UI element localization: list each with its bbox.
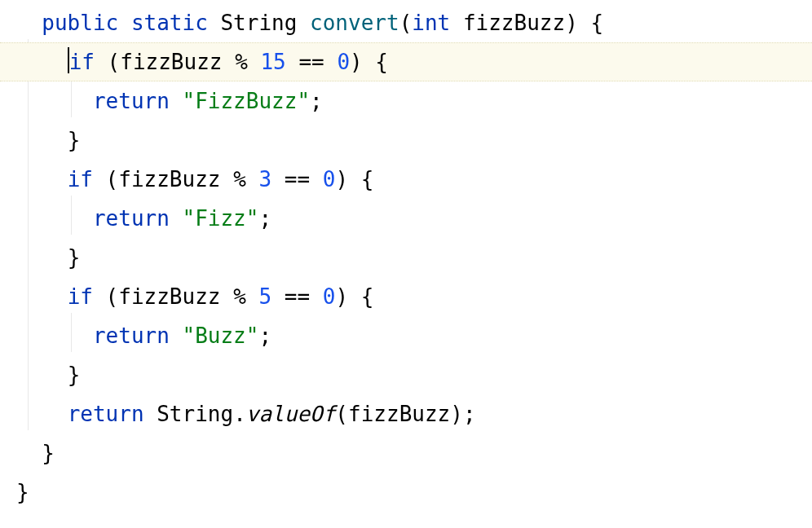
semicolon: ; (258, 199, 271, 238)
string-literal: "FizzBuzz" (183, 81, 311, 121)
code-line[interactable]: } (16, 473, 812, 512)
string-literal: "Buzz" (183, 316, 259, 355)
op-eq: == (285, 277, 310, 316)
paren-open: ( (399, 3, 413, 42)
op-eq: == (298, 42, 324, 81)
brace-close: } (16, 473, 29, 512)
op-mod: % (235, 42, 248, 81)
semicolon: ; (310, 81, 323, 121)
paren-close: ) (350, 42, 363, 81)
brace-open: { (361, 277, 374, 316)
paren-close: ) (335, 277, 348, 316)
variable: fizzBuzz (120, 42, 222, 81)
keyword-int: int (412, 3, 450, 42)
code-line[interactable]: } (16, 433, 812, 473)
brace-close: } (68, 121, 81, 160)
number-literal: 0 (337, 42, 350, 81)
number-literal: 5 (258, 277, 271, 316)
paren-close: ) (565, 3, 578, 42)
number-literal: 0 (323, 277, 336, 316)
text-cursor (68, 47, 69, 73)
code-line[interactable]: if (fizzBuzz % 3 == 0) { (16, 160, 812, 199)
code-line-active[interactable]: if (fizzBuzz % 15 == 0) { (0, 42, 812, 81)
keyword-if: if (68, 277, 93, 316)
param-name: fizzBuzz (463, 3, 565, 42)
paren-open: ( (106, 160, 119, 199)
code-line[interactable]: } (16, 238, 812, 277)
variable: fizzBuzz (118, 277, 220, 316)
number-literal: 0 (323, 160, 336, 199)
variable: fizzBuzz (118, 160, 220, 199)
op-mod: % (233, 277, 246, 316)
brace-close: } (68, 238, 81, 277)
code-line[interactable]: return "Fizz"; (16, 199, 812, 238)
static-method: valueOf (246, 394, 336, 433)
brace-open: { (361, 160, 374, 199)
paren-close: ) (335, 160, 348, 199)
brace-open: { (375, 42, 388, 81)
code-line[interactable]: return "Buzz"; (16, 316, 812, 355)
op-eq: == (285, 160, 310, 199)
string-literal: "Fizz" (183, 199, 259, 238)
paren-close: ) (450, 394, 463, 433)
brace-close: } (42, 433, 55, 473)
paren-open: ( (106, 277, 119, 316)
keyword-if: if (68, 160, 93, 199)
keyword-return: return (93, 81, 170, 121)
keyword-if: if (69, 42, 95, 81)
paren-open: ( (335, 394, 348, 433)
number-literal: 3 (258, 160, 271, 199)
type-string: String (220, 3, 297, 42)
dot: . (233, 394, 246, 433)
number-literal: 15 (260, 42, 285, 81)
paren-open: ( (108, 42, 121, 81)
variable: fizzBuzz (348, 394, 450, 433)
semicolon: ; (258, 316, 271, 355)
keyword-return: return (93, 316, 170, 355)
code-line[interactable]: if (fizzBuzz % 5 == 0) { (16, 277, 812, 316)
code-line[interactable]: } (16, 355, 812, 394)
keyword-public: public (42, 3, 118, 42)
code-line[interactable]: return "FizzBuzz"; (16, 81, 812, 121)
brace-close: } (68, 355, 81, 394)
op-mod: % (233, 160, 246, 199)
keyword-return: return (68, 394, 144, 433)
code-line[interactable]: return String.valueOf(fizzBuzz); (16, 394, 812, 433)
keyword-return: return (93, 199, 170, 238)
keyword-static: static (131, 3, 208, 42)
semicolon: ; (463, 394, 476, 433)
brace-open: { (590, 3, 603, 42)
code-editor[interactable]: public static String convert(int fizzBuz… (0, 0, 812, 512)
method-name: convert (310, 3, 399, 42)
code-line[interactable]: } (16, 121, 812, 160)
code-line[interactable]: public static String convert(int fizzBuz… (16, 3, 812, 42)
type-string: String (157, 394, 233, 433)
